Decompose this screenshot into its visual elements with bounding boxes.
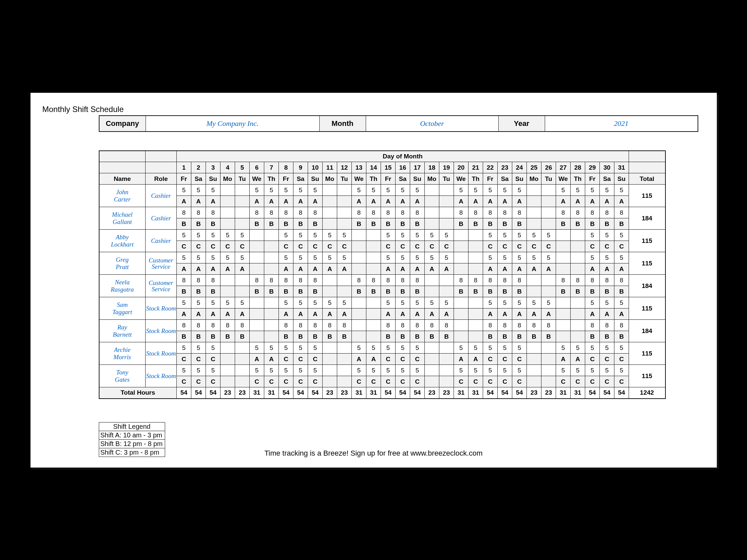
shift-cell [250, 331, 264, 342]
year-value: 2021 [545, 116, 698, 131]
hours-cell: 5 [614, 185, 629, 196]
shift-cell: B [191, 331, 206, 342]
shift-cell: A [177, 263, 191, 275]
hours-cell [352, 252, 366, 263]
shift-cell: B [527, 331, 541, 342]
shift-cell [323, 218, 337, 230]
shift-cell: A [483, 263, 498, 275]
employee-name: RayBarnett [99, 320, 146, 342]
shift-cell [264, 309, 279, 320]
hours-cell [454, 320, 468, 331]
shift-cell: B [410, 286, 425, 297]
hours-cell: 8 [395, 320, 410, 331]
shift-cell: A [221, 309, 235, 320]
day-number-header: 30 [600, 162, 614, 173]
shift-cell: A [556, 353, 571, 365]
hours-cell: 5 [191, 365, 206, 376]
hours-cell [556, 252, 571, 263]
hours-cell: 5 [250, 365, 264, 376]
shift-legend: Shift Legend Shift A: 10 am - 3 pm Shift… [99, 422, 165, 457]
total-day-cell: 23 [527, 388, 541, 399]
day-number-header: 18 [425, 162, 439, 173]
day-number-header: 1 [177, 162, 191, 173]
hours-cell: 5 [571, 365, 585, 376]
shift-cell: A [293, 309, 308, 320]
hours-cell [541, 275, 556, 286]
schedule-table: Day of Month 123456789101112131415161718… [99, 151, 666, 399]
shift-cell: A [395, 196, 410, 207]
hours-cell: 5 [600, 252, 614, 263]
hours-cell: 5 [600, 185, 614, 196]
hours-cell: 5 [191, 252, 206, 263]
hours-cell: 5 [585, 252, 600, 263]
shift-cell: C [614, 241, 629, 252]
shift-cell: A [337, 309, 352, 320]
hours-cell: 5 [483, 342, 498, 353]
name-header: Name [99, 173, 146, 185]
hours-cell: 5 [439, 230, 454, 241]
hours-cell [439, 207, 454, 218]
shift-cell [235, 286, 250, 297]
total-day-cell: 54 [395, 388, 410, 399]
hours-cell: 5 [206, 297, 221, 309]
hours-cell: 5 [498, 365, 512, 376]
hours-cell [468, 320, 483, 331]
shift-cell: C [512, 353, 527, 365]
employee-role: Stock Room [146, 342, 177, 365]
total-day-cell: 54 [279, 388, 293, 399]
day-abbr-header: We [454, 173, 468, 185]
shift-cell [439, 196, 454, 207]
shift-cell [571, 263, 585, 275]
shift-cell: A [483, 309, 498, 320]
hours-cell: 8 [191, 320, 206, 331]
shift-cell: A [483, 196, 498, 207]
shift-cell: B [600, 218, 614, 230]
day-number-header: 25 [527, 162, 541, 173]
hours-cell: 8 [337, 320, 352, 331]
day-abbr-header: Sa [395, 173, 410, 185]
hours-cell: 5 [512, 252, 527, 263]
shift-cell: C [600, 241, 614, 252]
shift-cell: A [454, 353, 468, 365]
hours-cell: 5 [308, 252, 323, 263]
grand-total: 1242 [629, 388, 665, 399]
hours-cell: 5 [279, 230, 293, 241]
hours-cell: 5 [512, 342, 527, 353]
shift-cell: C [410, 376, 425, 388]
shift-cell [337, 353, 352, 365]
hours-cell [556, 320, 571, 331]
shift-cell: A [221, 263, 235, 275]
total-day-cell: 54 [512, 388, 527, 399]
employee-total: 115 [629, 185, 665, 207]
hours-cell [235, 275, 250, 286]
hours-cell: 5 [235, 297, 250, 309]
shift-cell: B [556, 218, 571, 230]
employee-role: Stock Room [146, 320, 177, 342]
shift-cell [264, 263, 279, 275]
shift-cell [337, 196, 352, 207]
shift-cell: A [308, 263, 323, 275]
hours-cell: 8 [585, 275, 600, 286]
hours-cell [323, 365, 337, 376]
hours-cell: 8 [235, 320, 250, 331]
hours-cell: 8 [454, 207, 468, 218]
day-number-header: 14 [366, 162, 381, 173]
shift-cell: A [279, 196, 293, 207]
shift-cell: A [512, 196, 527, 207]
hours-cell: 5 [556, 342, 571, 353]
shift-cell: B [512, 331, 527, 342]
hours-cell: 5 [352, 342, 366, 353]
shift-cell [541, 196, 556, 207]
employee-name: ArchieMorris [99, 342, 146, 365]
hours-cell: 8 [556, 275, 571, 286]
shift-cell: C [221, 241, 235, 252]
hours-cell: 8 [177, 320, 191, 331]
hours-cell [323, 185, 337, 196]
hours-cell: 8 [206, 275, 221, 286]
hours-cell: 5 [614, 297, 629, 309]
shift-cell [556, 309, 571, 320]
total-day-cell: 23 [439, 388, 454, 399]
hours-cell [366, 252, 381, 263]
hours-cell: 5 [366, 342, 381, 353]
shift-cell [468, 309, 483, 320]
